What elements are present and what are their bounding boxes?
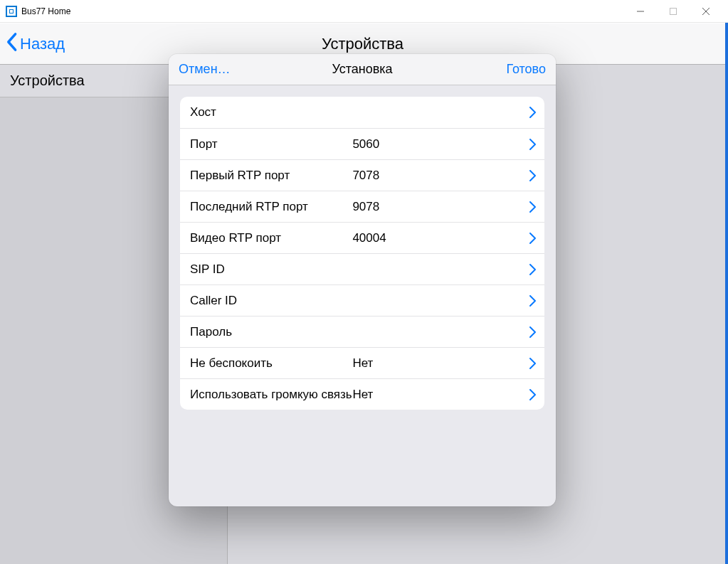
row-value: Нет xyxy=(352,388,529,402)
app-icon xyxy=(6,6,17,17)
row-label: Пароль xyxy=(190,325,352,339)
row-label: Видео RTP порт xyxy=(190,231,352,245)
chevron-right-icon xyxy=(529,107,536,118)
modal-body: Хост Порт 5060 Первый RTP порт 7078 xyxy=(169,85,556,421)
page-title: Устройства xyxy=(0,35,725,53)
close-button[interactable] xyxy=(690,0,722,23)
row-password[interactable]: Пароль xyxy=(180,316,544,347)
row-value: Нет xyxy=(352,356,529,371)
row-do-not-disturb[interactable]: Не беспокоить Нет xyxy=(180,347,544,378)
window-titlebar: Bus77 Home xyxy=(0,0,728,23)
row-label: Первый RTP порт xyxy=(190,169,352,183)
window-right-edge xyxy=(725,23,728,564)
row-sip-id[interactable]: SIP ID xyxy=(180,253,544,284)
chevron-right-icon xyxy=(529,358,536,369)
row-label: Последний RTP порт xyxy=(190,200,352,214)
chevron-right-icon xyxy=(529,295,536,307)
row-value: 9078 xyxy=(352,200,529,214)
chevron-right-icon xyxy=(529,170,536,181)
cancel-button[interactable]: Отмен… xyxy=(179,62,231,77)
chevron-right-icon xyxy=(529,233,536,244)
window-title: Bus77 Home xyxy=(21,6,70,16)
maximize-button[interactable] xyxy=(657,0,690,23)
chevron-right-icon xyxy=(529,326,536,338)
row-label: Caller ID xyxy=(190,294,352,308)
back-button[interactable]: Назад xyxy=(0,32,65,56)
row-last-rtp-port[interactable]: Последний RTP порт 9078 xyxy=(180,191,544,222)
modal-dialog: Отмен… Установка Готово Хост Порт 5060 xyxy=(169,54,556,506)
row-value: 40004 xyxy=(352,231,529,245)
row-first-rtp-port[interactable]: Первый RTP порт 7078 xyxy=(180,159,544,191)
svg-rect-0 xyxy=(670,8,677,14)
back-label: Назад xyxy=(20,35,65,53)
row-label: Хост xyxy=(190,105,352,119)
sidebar-item-label: Устройства xyxy=(10,73,85,89)
minimize-button[interactable] xyxy=(624,0,657,23)
row-host[interactable]: Хост xyxy=(180,97,544,128)
done-button[interactable]: Готово xyxy=(506,62,546,77)
chevron-left-icon xyxy=(4,32,19,56)
settings-card: Хост Порт 5060 Первый RTP порт 7078 xyxy=(180,97,544,410)
row-label: SIP ID xyxy=(190,262,352,277)
row-label: Не беспокоить xyxy=(190,356,352,371)
chevron-right-icon xyxy=(529,201,536,213)
row-label: Порт xyxy=(190,137,352,151)
titlebar-controls xyxy=(624,0,722,23)
chevron-right-icon xyxy=(529,264,536,275)
modal-navbar: Отмен… Установка Готово xyxy=(169,54,556,85)
chevron-right-icon xyxy=(529,389,536,400)
row-caller-id[interactable]: Caller ID xyxy=(180,284,544,316)
chevron-right-icon xyxy=(529,139,536,150)
row-value: 7078 xyxy=(352,169,529,183)
row-value: 5060 xyxy=(352,137,529,151)
row-port[interactable]: Порт 5060 xyxy=(180,128,544,159)
titlebar-left: Bus77 Home xyxy=(6,6,70,17)
row-label: Использовать громкую связь xyxy=(190,388,352,402)
row-video-rtp-port[interactable]: Видео RTP порт 40004 xyxy=(180,222,544,253)
row-speakerphone[interactable]: Использовать громкую связь Нет xyxy=(180,378,544,410)
